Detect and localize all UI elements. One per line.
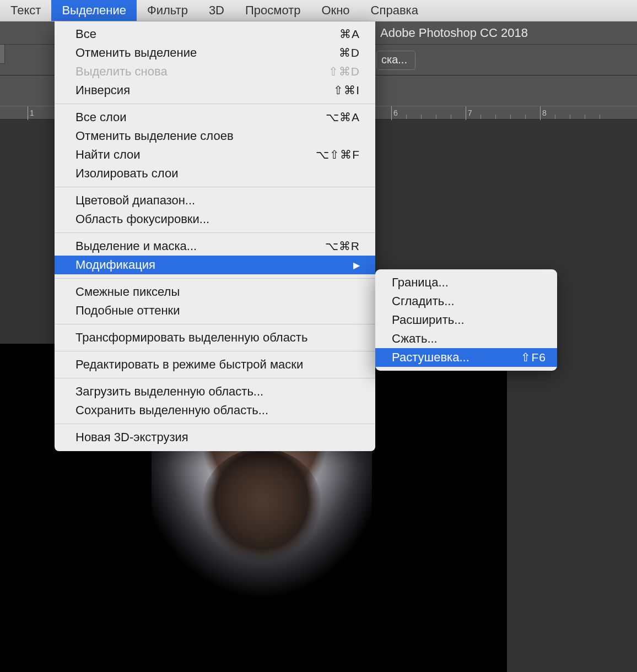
- menu-item-label: Трансформировать выделенную область: [75, 330, 307, 345]
- submenu-item[interactable]: Сгладить...: [375, 292, 557, 311]
- ruler-minor-tick: [451, 115, 451, 119]
- menu-item-label: Отменить выделение слоев: [75, 129, 234, 143]
- menu-item-shortcut: ⌘D: [339, 46, 360, 59]
- menu-item[interactable]: Модификация▶: [55, 256, 375, 274]
- menu-item[interactable]: Смежные пикселы: [55, 283, 375, 301]
- menubar: Текст Выделение Фильтр 3D Просмотр Окно …: [0, 0, 637, 21]
- menu-item: Выделить снова⇧⌘D: [55, 62, 375, 81]
- menubar-item-view[interactable]: Просмотр: [235, 0, 311, 21]
- menu-item[interactable]: Новая 3D-экструзия: [55, 428, 375, 447]
- menu-separator: [55, 232, 375, 233]
- submenu-item-label: Граница...: [392, 275, 449, 290]
- menu-item[interactable]: Найти слои⌥⇧⌘F: [55, 145, 375, 164]
- menubar-item-window[interactable]: Окно: [311, 0, 360, 21]
- menu-item-label: Выделение и маска...: [75, 239, 197, 253]
- menu-item[interactable]: Подобные оттенки: [55, 301, 375, 320]
- menu-separator: [55, 324, 375, 324]
- menu-item-label: Область фокусировки...: [75, 212, 209, 226]
- menu-item[interactable]: Выделение и маска...⌥⌘R: [55, 237, 375, 256]
- menu-item[interactable]: Отменить выделение слоев: [55, 127, 375, 145]
- menu-item-label: Все: [75, 27, 96, 41]
- menu-item-shortcut: ⇧⌘I: [333, 84, 360, 97]
- menu-item-shortcut: ⌘A: [339, 28, 360, 41]
- submenu-item-shortcut: ⇧F6: [521, 351, 546, 364]
- ruler-minor-tick: [436, 115, 436, 119]
- ruler-minor-tick: [525, 115, 526, 119]
- menu-item[interactable]: Загрузить выделенную область...: [55, 382, 375, 401]
- ruler-minor-tick: [406, 115, 407, 119]
- menu-item[interactable]: Область фокусировки...: [55, 210, 375, 229]
- menu-item[interactable]: Все⌘A: [55, 25, 375, 44]
- menu-item-label: Отменить выделение: [75, 46, 197, 60]
- ruler-minor-tick: [585, 115, 585, 119]
- submenu-item-label: Растушевка...: [392, 350, 469, 365]
- submenu-item[interactable]: Сжать...: [375, 329, 557, 348]
- menu-separator: [55, 378, 375, 378]
- ruler-tick: 6: [391, 106, 398, 120]
- menu-item-label: Загрузить выделенную область...: [75, 384, 263, 399]
- menu-item-label: Модификация: [75, 258, 155, 272]
- ruler-minor-tick: [421, 115, 422, 119]
- menubar-item-filter[interactable]: Фильтр: [137, 0, 198, 21]
- selection-menu-dropdown: Все⌘AОтменить выделение⌘DВыделить снова⇧…: [55, 21, 375, 451]
- menu-item[interactable]: Цветовой диапазон...: [55, 191, 375, 210]
- options-pill-button[interactable]: ска...: [376, 51, 415, 70]
- ruler-minor-tick: [570, 115, 570, 119]
- submenu-item-label: Расширить...: [392, 313, 465, 327]
- menu-separator: [55, 278, 375, 279]
- ruler-tick: 7: [466, 106, 472, 120]
- menu-separator: [55, 187, 375, 187]
- submenu-item[interactable]: Растушевка...⇧F6: [375, 348, 557, 367]
- photo-beard: [201, 448, 322, 564]
- app-title: Adobe Photoshop CC 2018: [380, 26, 528, 40]
- menu-item-label: Подобные оттенки: [75, 304, 180, 318]
- menu-item[interactable]: Трансформировать выделенную область: [55, 328, 375, 347]
- menu-item-shortcut: ⌥⌘R: [325, 240, 360, 253]
- menubar-item-selection[interactable]: Выделение: [51, 0, 137, 21]
- submenu-item[interactable]: Граница...: [375, 273, 557, 292]
- ruler-tick: 1: [28, 106, 34, 120]
- menu-item-label: Сохранить выделенную область...: [75, 403, 268, 418]
- ruler-minor-tick: [495, 115, 496, 119]
- submenu-arrow-icon: ▶: [353, 260, 360, 270]
- menu-separator: [55, 104, 375, 104]
- menu-item[interactable]: Редактировать в режиме быстрой маски: [55, 355, 375, 374]
- menu-item-label: Редактировать в режиме быстрой маски: [75, 357, 303, 372]
- ruler-tick: 8: [540, 106, 547, 120]
- menubar-item-text[interactable]: Текст: [0, 0, 51, 21]
- menu-item-shortcut: ⇧⌘D: [328, 65, 360, 78]
- menubar-item-3d[interactable]: 3D: [198, 0, 235, 21]
- menu-item-label: Изолировать слои: [75, 166, 178, 181]
- menu-item[interactable]: Отменить выделение⌘D: [55, 44, 375, 62]
- menu-item-label: Новая 3D-экструзия: [75, 430, 188, 445]
- menu-item[interactable]: Изолировать слои: [55, 164, 375, 183]
- menubar-item-help[interactable]: Справка: [360, 0, 429, 21]
- menu-item[interactable]: Все слои⌥⌘A: [55, 108, 375, 127]
- menu-item-label: Цветовой диапазон...: [75, 193, 195, 208]
- options-tab-stub[interactable]: [0, 45, 5, 64]
- ruler-minor-tick: [510, 115, 511, 119]
- ruler-minor-tick: [481, 115, 481, 119]
- menu-item-label: Все слои: [75, 110, 127, 124]
- modification-submenu: Граница...Сгладить...Расширить...Сжать..…: [375, 269, 557, 371]
- menu-item-label: Смежные пикселы: [75, 285, 180, 299]
- ruler-minor-tick: [555, 115, 555, 119]
- submenu-item[interactable]: Расширить...: [375, 311, 557, 329]
- submenu-item-label: Сжать...: [392, 332, 438, 346]
- menu-separator: [55, 351, 375, 351]
- menu-separator: [55, 424, 375, 424]
- menu-item-shortcut: ⌥⌘A: [326, 111, 360, 124]
- menu-item-label: Найти слои: [75, 148, 141, 162]
- menu-item[interactable]: Сохранить выделенную область...: [55, 401, 375, 420]
- menu-item-label: Инверсия: [75, 83, 130, 97]
- menu-item-shortcut: ⌥⇧⌘F: [316, 148, 360, 161]
- submenu-item-label: Сгладить...: [392, 294, 455, 308]
- ruler-minor-tick: [600, 115, 600, 119]
- menu-item[interactable]: Инверсия⇧⌘I: [55, 81, 375, 100]
- menu-item-label: Выделить снова: [75, 64, 168, 79]
